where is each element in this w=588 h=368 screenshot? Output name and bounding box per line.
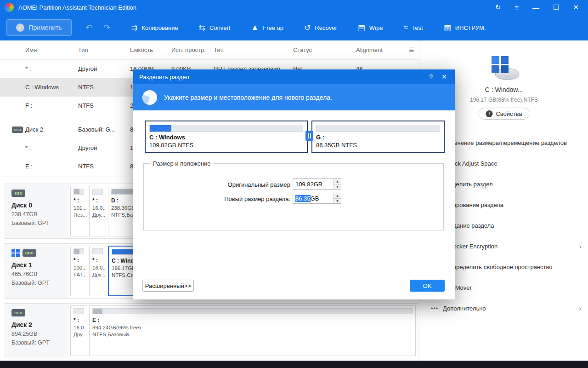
disk-name: Диск 0 — [11, 201, 68, 209]
usage-bar — [92, 248, 103, 254]
partition-size: 100... — [74, 265, 84, 270]
window-title: AOMEI Partition Assistant Technician Edi… — [18, 4, 136, 11]
menu-item-label: Распределить свободное пространство — [443, 264, 553, 270]
partition-fs: FAT... — [74, 272, 84, 277]
group-title: Размер и положение — [150, 160, 214, 167]
column-header-name: Имя — [25, 46, 37, 53]
cell-type: Другой — [78, 65, 97, 72]
toolbar-item-convert[interactable]: ⇆ Convert — [199, 23, 231, 33]
split-preview-right[interactable]: G : 86.35GB NTFS — [311, 121, 445, 153]
disk-info: SSD Диск 0 238.47GB Базовый: GPT — [5, 184, 68, 238]
maximize-icon[interactable]: ☐ — [553, 3, 559, 12]
properties-label: Свойства — [496, 110, 522, 117]
original-size-spinner[interactable]: 109.82GB ▲ ▼ — [293, 178, 341, 190]
ssd-icon: SSD — [11, 309, 25, 316]
toolbar-item-label: Копирование — [141, 24, 178, 31]
menu-item-label: Изменение размера/перемещение разделов — [443, 139, 567, 146]
usage-bar — [149, 125, 303, 132]
partition-name: * : — [92, 257, 103, 264]
preview-partition-size: 86.35GB NTFS — [316, 142, 444, 149]
disk-size: 238.47GB — [11, 211, 68, 218]
partition-name: E : — [92, 317, 413, 323]
app-logo-icon — [5, 3, 14, 12]
chevron-right-icon: › — [579, 242, 582, 251]
preview-partition-name: C : Windows — [149, 134, 307, 141]
toolbar-item-label: ИНСТРУМ. — [455, 24, 486, 31]
split-preview-left[interactable]: C : Windows 109.82GB NTFS — [145, 121, 308, 153]
table-header: Имя Тип Емкость Исп. простр. Тип Статус … — [0, 40, 419, 60]
split-partition-dialog: Разделить раздел ? ✕ Укажите размер и ме… — [133, 69, 455, 299]
hdd-icon: HDD — [23, 249, 36, 257]
partition-name: * : — [74, 197, 84, 204]
toolbar-item-tools[interactable]: ▦ ИНСТРУМ. — [444, 23, 486, 33]
partition-fs: Дру... — [92, 272, 103, 277]
new-size-spinner[interactable]: 86.35GB ▲ ▼ — [293, 193, 341, 204]
partition-block[interactable]: E : 894.24GB(96% free) NTFS,Базовый — [89, 305, 416, 356]
spin-up-icon[interactable]: ▲ — [334, 193, 341, 199]
column-settings-icon[interactable]: ≣ — [408, 46, 414, 54]
undo-icon[interactable]: ↶ — [85, 23, 92, 33]
usage-bar — [92, 308, 413, 314]
check-icon: ✓ — [16, 23, 24, 32]
toolbar-item-wipe[interactable]: ▤ Wipe — [358, 23, 383, 33]
partition-fs: Дру... — [92, 212, 103, 218]
spin-down-icon[interactable]: ▼ — [334, 184, 341, 190]
ellipsis-icon: ••• — [430, 305, 439, 312]
toolbar-item-copy[interactable]: ⇉ Копирование — [131, 23, 178, 33]
disk-size: 894.25GB — [11, 331, 68, 337]
usage-bar — [74, 189, 84, 195]
spinner-buttons: ▲ ▼ — [334, 179, 341, 189]
redo-icon[interactable]: ↷ — [103, 23, 110, 33]
minimize-icon[interactable]: — — [532, 4, 539, 12]
ok-button[interactable]: OK — [410, 280, 445, 292]
cell-type: Другой — [78, 144, 97, 151]
menu-icon[interactable]: ≡ — [514, 4, 519, 12]
spinner-buttons: ▲ ▼ — [334, 193, 341, 203]
partition-size: 16.0... — [92, 205, 103, 211]
toolbar-item-label: Wipe — [369, 24, 383, 31]
partition-name: * : — [74, 317, 84, 323]
dialog-header: Укажите размер и местоположение для ново… — [133, 84, 455, 110]
partition-block[interactable]: * : 100... FAT... — [70, 246, 87, 296]
usage-bar — [316, 125, 440, 132]
column-header-status: Статус — [293, 46, 312, 53]
pie-disk-icon — [142, 90, 157, 105]
new-size-value[interactable]: 86.35GB — [293, 193, 334, 203]
menu-item-more[interactable]: ••• Дополнительно › — [420, 298, 588, 319]
dialog-close-icon[interactable]: ✕ — [441, 73, 447, 80]
menu-item-label: Дополнительно — [443, 305, 486, 312]
system-disk-icon — [11, 249, 20, 257]
tools-grid-icon: ▦ — [444, 23, 451, 33]
partition-block[interactable]: * : 16.0... Дру... — [89, 246, 106, 296]
toolbar-item-label: Free up — [263, 24, 283, 31]
recover-icon: ↺ — [304, 23, 311, 33]
column-header-type: Тип — [78, 46, 88, 53]
partition-block[interactable]: * : 16.0... Дру... — [89, 186, 106, 236]
apply-button[interactable]: ✓ Применить — [6, 19, 72, 36]
disk-panel-2: SSD Диск 2 894.25GB Базовый: GPT * : 16.… — [5, 303, 418, 358]
spin-down-icon[interactable]: ▼ — [334, 199, 341, 204]
advanced-button[interactable]: Расширенный>> — [142, 280, 194, 292]
properties-button[interactable]: i Свойства — [478, 108, 529, 120]
help-icon[interactable]: ? — [429, 73, 433, 80]
preview-partition-name: G : — [316, 134, 444, 141]
toolbar-item-freeup[interactable]: ▲ Free up — [251, 23, 283, 32]
original-size-label: Оригинальный размер — [180, 181, 290, 188]
close-icon[interactable]: ✕ — [573, 3, 579, 12]
cell-name: F : — [25, 102, 32, 109]
toolbar-item-test[interactable]: ≈ Test — [403, 23, 423, 32]
original-size-value[interactable]: 109.82GB — [293, 179, 334, 189]
refresh-icon[interactable]: ↻ — [495, 3, 501, 12]
partition-size: 101... — [74, 205, 84, 211]
usage-bar — [92, 189, 103, 195]
partition-block[interactable]: * : 101... Нез... — [70, 186, 87, 236]
freeup-icon: ▲ — [251, 23, 259, 32]
partition-fs: Нез... — [74, 212, 84, 218]
toolbar-item-recover[interactable]: ↺ Recover — [304, 23, 337, 33]
disk-info: HDD Диск 1 465.76GB Базовый: GPT — [5, 244, 68, 298]
partition-block[interactable]: * : 16.0... Дру... — [70, 305, 87, 356]
split-drag-handle[interactable] — [305, 131, 313, 141]
column-header-capacity: Емкость — [130, 46, 153, 53]
partition-fs: Дру... — [74, 332, 84, 337]
spin-up-icon[interactable]: ▲ — [334, 179, 341, 184]
